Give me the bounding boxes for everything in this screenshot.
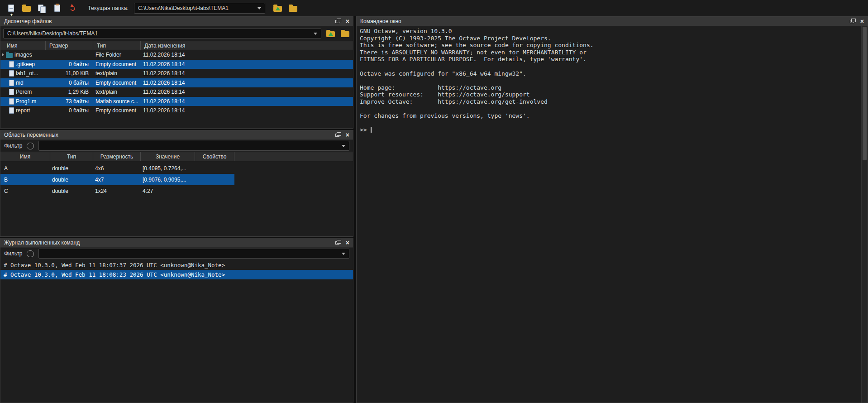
command-window-panel: Командное окно × GNU Octave, version 10.… (356, 16, 868, 403)
file-icon (9, 80, 14, 86)
undock-icon[interactable] (850, 20, 854, 23)
workspace-titlebar[interactable]: Область переменных × (0, 130, 353, 140)
chevron-down-icon (342, 253, 345, 255)
current-folder-path: C:\Users\Nika\Desktop\it-labs\TEMA1 (138, 5, 229, 11)
column-header-type[interactable]: Тип (50, 152, 93, 161)
column-header-date[interactable]: Дата изменения (141, 41, 353, 50)
filter-label: Фильтр (4, 250, 22, 257)
history-filter-combobox[interactable] (38, 249, 349, 259)
table-row[interactable]: images File Folder 11.02.2026 18:14 (0, 50, 353, 60)
console-line: FITNESS FOR A PARTICULAR PURPOSE. For de… (360, 56, 861, 63)
list-item[interactable]: # Octave 10.3.0, Wed Feb 11 18:07:37 202… (0, 260, 353, 270)
undock-icon[interactable] (335, 20, 339, 23)
command-window-output[interactable]: GNU Octave, version 10.3.0 Copyright (C)… (357, 26, 861, 403)
new-script-icon: + (8, 5, 14, 12)
prompt-line[interactable]: >> (360, 126, 861, 134)
close-icon[interactable]: × (860, 18, 864, 24)
file-icon (9, 98, 14, 105)
scrollbar[interactable] (861, 26, 868, 403)
close-icon[interactable]: × (346, 240, 349, 246)
close-icon[interactable]: × (346, 18, 349, 24)
file-browser-title: Диспетчер файлов (4, 18, 52, 24)
folder-up-button[interactable] (272, 2, 284, 14)
filter-checkbox[interactable] (27, 143, 34, 149)
console-line: Support resources: https://octave.org/su… (360, 91, 861, 98)
chevron-down-icon (314, 33, 317, 35)
console-line: Home page: https://octave.org (360, 84, 861, 91)
file-browser-header: Имя Размер Тип Дата изменения (0, 41, 353, 50)
browse-folder-icon (341, 31, 349, 37)
column-header-size[interactable]: Размер (46, 41, 93, 50)
console-line: Copyright (C) 1993-2025 The Octave Proje… (360, 35, 861, 42)
workspace-panel: Область переменных × Фильтр Имя Тип Разм… (0, 130, 353, 237)
workspace-title: Область переменных (4, 132, 58, 138)
column-header-value[interactable]: Значение (141, 152, 195, 161)
undo-icon (69, 5, 76, 12)
expand-arrow-icon[interactable] (2, 53, 4, 57)
table-row[interactable]: A double 4x6 [0.4095, 0.7264,... (0, 163, 234, 174)
file-browser-up-button[interactable] (325, 29, 336, 38)
chevron-down-icon (258, 7, 261, 10)
file-icon (9, 89, 14, 95)
filter-checkbox[interactable] (27, 250, 34, 257)
paste-button[interactable] (51, 2, 63, 14)
current-folder-combobox[interactable]: C:\Users\Nika\Desktop\it-labs\TEMA1 (134, 3, 265, 14)
console-line: Octave was configured for "x86_64-w64-mi… (360, 70, 861, 77)
chevron-down-icon (342, 145, 345, 147)
current-folder-label: Текущая папка: (88, 5, 129, 11)
workspace-filter-combobox[interactable] (38, 141, 349, 151)
new-script-button[interactable]: + (5, 2, 17, 14)
console-line: GNU Octave, version 10.3.0 (360, 28, 861, 35)
workspace-header: Имя Тип Размерность Значение Свойство (0, 152, 353, 161)
file-browser-titlebar[interactable]: Диспетчер файлов × (0, 17, 353, 26)
copy-button[interactable] (35, 2, 48, 14)
column-header-name[interactable]: Имя (0, 41, 46, 50)
open-file-icon (22, 6, 31, 12)
undock-icon[interactable] (335, 241, 339, 245)
table-row[interactable]: lab1_ot... 11,00 KiB text/plain 11.02.20… (0, 69, 353, 78)
console-line: Improve Octave: https://octave.org/get-i… (360, 98, 861, 106)
column-header-name[interactable]: Имя (0, 152, 50, 161)
scrollbar-thumb[interactable] (863, 27, 867, 160)
file-browser-path-combobox[interactable]: C:/Users/Nika/Desktop/it-labs/TEMA1 (3, 29, 321, 38)
file-icon (9, 107, 14, 114)
paste-icon (54, 5, 60, 12)
browse-folder-button[interactable] (287, 2, 300, 14)
file-browser-browse-button[interactable] (339, 29, 350, 38)
open-file-button[interactable] (20, 2, 33, 14)
folder-up-icon (326, 31, 335, 37)
undock-icon[interactable] (335, 134, 339, 137)
file-browser-path: C:/Users/Nika/Desktop/it-labs/TEMA1 (7, 30, 98, 37)
main-toolbar: + Текущая папка: C:\Users\Nika\Desktop\i… (0, 0, 868, 16)
file-icon (9, 70, 14, 77)
command-window-title: Командное окно (360, 18, 401, 24)
table-row[interactable]: Prog1.m 73 байты Matlab source c... 11.0… (0, 97, 353, 106)
table-row[interactable]: md 0 байты Empty document 11.02.2026 18:… (0, 78, 353, 88)
command-history-panel: Журнал выполненных команд × Фильтр # Oct… (0, 238, 353, 403)
column-header-dims[interactable]: Размерность (93, 152, 141, 161)
list-item[interactable]: # Octave 10.3.0, Wed Feb 11 18:08:23 202… (0, 270, 353, 279)
filter-label: Фильтр (4, 143, 22, 149)
browse-folder-icon (289, 6, 297, 12)
command-window-titlebar[interactable]: Командное окно × (357, 17, 868, 26)
console-line (360, 120, 861, 127)
folder-icon (6, 53, 13, 58)
history-title: Журнал выполненных команд (4, 240, 80, 246)
undo-button[interactable] (66, 2, 79, 14)
folder-up-icon (273, 6, 282, 12)
table-row[interactable]: C double 1x24 4:27 (0, 185, 234, 197)
column-header-attr[interactable]: Свойство (195, 152, 234, 161)
file-icon (9, 61, 14, 67)
copy-icon (38, 5, 46, 12)
table-row[interactable]: Perem 1,29 KiB text/plain 11.02.2026 18:… (0, 87, 353, 97)
table-row[interactable]: report 0 байты Empty document 11.02.2026… (0, 106, 353, 115)
console-line: There is ABSOLUTELY NO WARRANTY; not eve… (360, 49, 861, 56)
column-header-type[interactable]: Тип (93, 41, 141, 50)
file-browser-panel: Диспетчер файлов × C:/Users/Nika/Desktop… (0, 16, 353, 129)
history-titlebar[interactable]: Журнал выполненных команд × (0, 238, 353, 248)
close-icon[interactable]: × (346, 132, 349, 138)
table-row[interactable]: B double 4x7 [0.9076, 0.9095,... (0, 174, 234, 185)
console-line (360, 106, 861, 113)
table-row[interactable]: .gitkeep 0 байты Empty document 11.02.20… (0, 60, 353, 69)
console-line (360, 77, 861, 84)
